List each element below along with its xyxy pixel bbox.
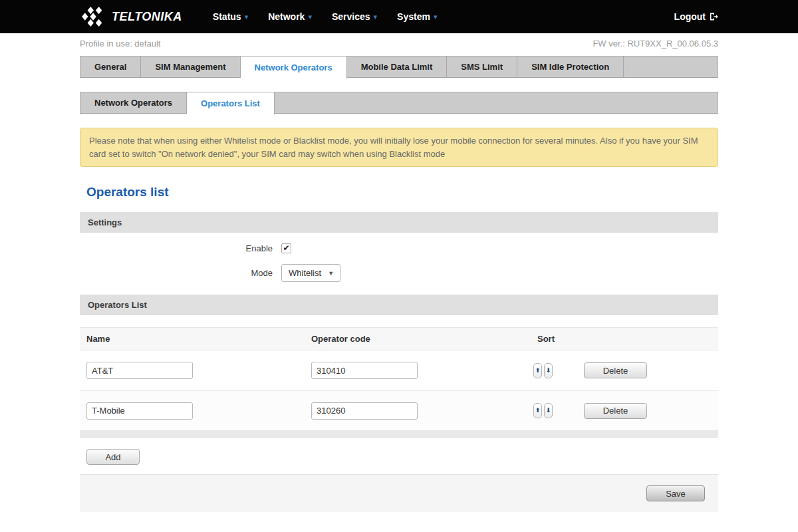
brand-name: TELTONIKA <box>112 10 182 24</box>
name-cell <box>80 402 305 420</box>
meta-row: Profile in use: default FW ver.: RUT9XX_… <box>80 33 718 49</box>
menu-status-label: Status <box>213 11 241 22</box>
tab-sim-idle-protection[interactable]: SIM Idle Protection <box>517 56 624 78</box>
name-cell <box>80 362 305 379</box>
code-cell <box>305 362 531 379</box>
sort-cell: ⬆ ⬇ <box>531 363 577 378</box>
logout-label: Logout <box>674 11 706 22</box>
menu-network[interactable]: Network ▾ <box>268 11 312 22</box>
arrow-down-icon: ⬇ <box>546 368 551 374</box>
menu-services[interactable]: Services ▾ <box>332 11 377 22</box>
arrow-up-icon: ⬆ <box>535 408 541 414</box>
tab-general[interactable]: General <box>80 56 141 78</box>
menu-system-label: System <box>397 11 430 22</box>
tab-sms-limit[interactable]: SMS Limit <box>447 56 517 78</box>
menu-services-label: Services <box>332 11 370 22</box>
operators-table-header: Name Operator code Sort <box>80 327 718 350</box>
save-footer: Save <box>80 474 718 512</box>
delete-button[interactable]: Delete <box>584 362 647 378</box>
page-content: Profile in use: default FW ver.: RUT9XX_… <box>80 33 718 532</box>
arrow-up-icon: ⬆ <box>535 368 541 374</box>
main-menu: Status ▾ Network ▾ Services ▾ System ▾ <box>213 11 438 22</box>
chevron-down-icon: ▾ <box>245 13 249 21</box>
delete-button[interactable]: Delete <box>584 403 647 419</box>
check-icon: ✔ <box>283 244 289 252</box>
tab-sim-management[interactable]: SIM Management <box>141 56 240 78</box>
logo-diamonds-icon <box>80 5 108 28</box>
sort-down-button[interactable]: ⬇ <box>544 403 553 418</box>
settings-section-header: Settings <box>80 212 718 233</box>
sort-cell: ⬆ ⬇ <box>531 403 577 418</box>
mode-label: Mode <box>80 268 273 278</box>
operator-code-input[interactable] <box>311 362 418 379</box>
tab-mobile-data-limit[interactable]: Mobile Data Limit <box>347 56 448 78</box>
mode-select[interactable]: Whitelist ▼ <box>281 264 340 282</box>
chevron-down-icon: ▾ <box>434 13 438 21</box>
sub-tabbar: Network Operators Operators List <box>80 92 718 114</box>
navbar-inner: TELTONIKA Status ▾ Network ▾ Services ▾ … <box>80 0 718 33</box>
mode-selected-value: Whitelist <box>289 268 321 278</box>
table-row: ⬆ ⬇ Delete <box>80 390 718 430</box>
top-navbar: TELTONIKA Status ▾ Network ▾ Services ▾ … <box>0 0 798 33</box>
column-header-operator-code: Operator code <box>305 334 531 344</box>
column-header-name: Name <box>80 334 305 344</box>
page-title: Operators list <box>86 185 718 200</box>
operators-section-header: Operators List <box>80 295 718 315</box>
operator-name-input[interactable] <box>86 402 193 420</box>
add-button[interactable]: Add <box>86 449 140 465</box>
subtab-network-operators[interactable]: Network Operators <box>80 92 187 114</box>
enable-label: Enable <box>80 243 273 253</box>
actions-cell: Delete <box>577 403 718 419</box>
sort-up-button[interactable]: ⬆ <box>533 403 542 418</box>
subtab-operators-list[interactable]: Operators List <box>187 92 275 114</box>
code-cell <box>305 402 531 420</box>
tab-network-operators[interactable]: Network Operators <box>241 56 347 78</box>
add-row: Add <box>80 438 718 474</box>
logout-button[interactable]: Logout <box>674 11 718 22</box>
actions-cell: Delete <box>577 362 718 378</box>
menu-status[interactable]: Status ▾ <box>213 11 248 22</box>
table-end-strip <box>80 430 718 438</box>
chevron-down-icon: ▼ <box>328 270 334 277</box>
save-button[interactable]: Save <box>646 485 705 501</box>
table-row: ⬆ ⬇ Delete <box>80 350 718 390</box>
menu-system[interactable]: System ▾ <box>397 11 437 22</box>
teltonika-logo[interactable]: TELTONIKA <box>80 5 182 28</box>
warning-notice: Please note that when using either White… <box>80 128 718 167</box>
sort-down-button[interactable]: ⬇ <box>544 363 553 378</box>
profile-in-use: Profile in use: default <box>80 39 160 49</box>
menu-network-label: Network <box>268 11 305 22</box>
operator-code-input[interactable] <box>311 402 418 420</box>
main-tabbar: General SIM Management Network Operators… <box>80 56 718 78</box>
operator-name-input[interactable] <box>86 362 193 379</box>
sort-up-button[interactable]: ⬆ <box>533 363 542 378</box>
logout-icon <box>709 12 718 21</box>
fw-version: FW ver.: RUT9XX_R_00.06.05.3 <box>593 39 718 49</box>
arrow-down-icon: ⬇ <box>546 408 551 414</box>
column-header-sort: Sort <box>531 334 577 344</box>
enable-row: Enable ✔ <box>80 243 718 253</box>
chevron-down-icon: ▾ <box>374 13 378 21</box>
mode-row: Mode Whitelist ▼ <box>80 264 718 282</box>
chevron-down-icon: ▾ <box>308 13 312 21</box>
enable-checkbox[interactable]: ✔ <box>281 243 291 253</box>
